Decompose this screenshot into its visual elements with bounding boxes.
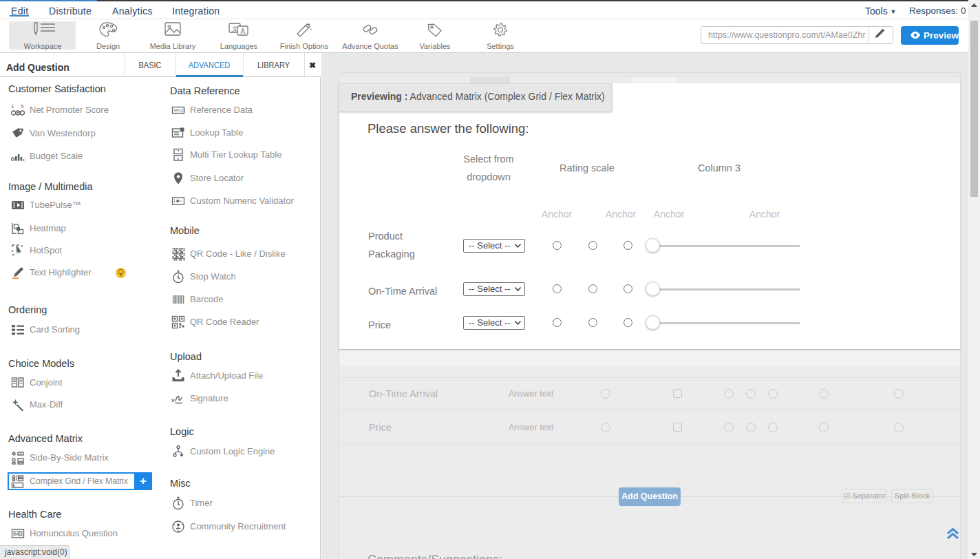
svg-text:A: A xyxy=(241,28,246,35)
svg-text:1: 1 xyxy=(11,103,14,109)
svg-text:5: 5 xyxy=(21,103,24,109)
svg-text:x: x xyxy=(171,397,175,403)
svg-text:94/122: 94/122 xyxy=(173,108,185,112)
svg-text:文: 文 xyxy=(232,25,238,32)
